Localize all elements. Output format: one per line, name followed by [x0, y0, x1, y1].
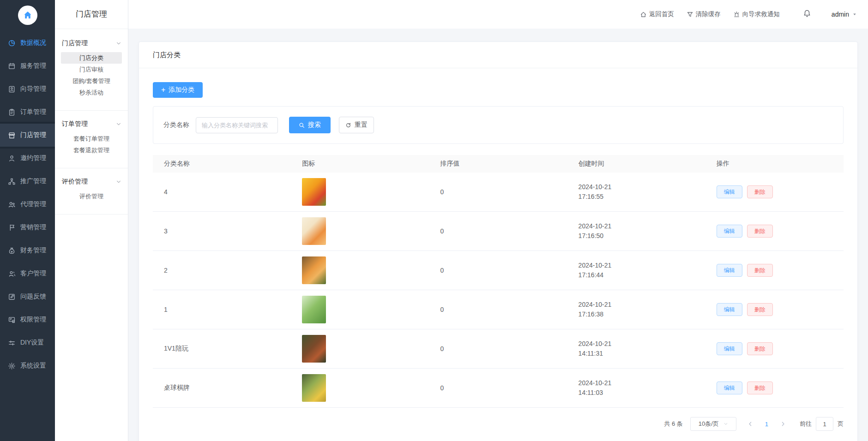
submenu-item-0-3[interactable]: 秒杀活动: [61, 87, 122, 98]
sidebar-item-4[interactable]: 门店管理: [0, 124, 55, 147]
sidebar-item-14[interactable]: 系统设置: [0, 354, 55, 377]
chevron-right-icon: [780, 421, 786, 427]
cell-created-time: 2024-10-2114:11:31: [567, 339, 705, 358]
user-menu[interactable]: admin: [832, 11, 857, 18]
cell-category-name: 2: [153, 267, 291, 274]
sidebar-item-11[interactable]: 问题反馈: [0, 285, 55, 308]
divider: [55, 214, 128, 215]
delete-button[interactable]: 删除: [747, 225, 773, 238]
cell-created-time: 2024-10-2117:16:38: [567, 300, 705, 319]
card-header: 门店分类: [139, 42, 857, 68]
person-icon: [8, 155, 16, 162]
cell-sort-value: 0: [429, 345, 567, 352]
submenu-item-0-2[interactable]: 团购/套餐管理: [61, 75, 122, 87]
submenu-item-1-1[interactable]: 套餐退款管理: [61, 144, 122, 156]
submenu-item-0-1[interactable]: 门店审核: [61, 64, 122, 75]
cell-actions: 编辑删除: [705, 381, 844, 394]
table-row: 302024-10-2117:16:50编辑删除: [153, 212, 844, 251]
funnel-icon: [687, 11, 693, 18]
money-bag-icon: [8, 247, 16, 255]
topbar-link-2[interactable]: 向导求救通知: [733, 10, 780, 18]
total-count: 共 6 条: [664, 420, 682, 428]
edit-button[interactable]: 编辑: [717, 185, 742, 198]
prev-page-button[interactable]: [747, 421, 753, 427]
category-search-input[interactable]: [196, 117, 278, 133]
delete-button[interactable]: 删除: [747, 342, 773, 355]
delete-button[interactable]: 删除: [747, 185, 773, 198]
edit-button[interactable]: 编辑: [717, 264, 742, 277]
edit-button[interactable]: 编辑: [717, 381, 742, 394]
home-icon: [640, 11, 647, 18]
cell-icon: [291, 217, 429, 245]
sidebar-item-12[interactable]: 权限管理: [0, 308, 55, 331]
search-button[interactable]: 搜索: [289, 117, 331, 133]
category-image-sunflower: [302, 374, 326, 402]
category-image-fruit-platter: [302, 178, 326, 206]
submenu-group-2[interactable]: 评价管理: [55, 174, 128, 191]
page-size-select[interactable]: 10条/页: [690, 417, 736, 431]
edit-button[interactable]: 编辑: [717, 225, 742, 238]
search-icon: [299, 122, 305, 128]
cell-icon: [291, 335, 429, 363]
pie-chart-icon: [8, 39, 16, 47]
table-row: 202024-10-2117:16:44编辑删除: [153, 251, 844, 290]
sidebar-item-10[interactable]: 客户管理: [0, 262, 55, 285]
refresh-icon: [345, 122, 351, 128]
topbar-link-1[interactable]: 清除缓存: [687, 10, 721, 18]
sidebar-item-7[interactable]: 代理管理: [0, 193, 55, 216]
siren-icon: [733, 11, 740, 18]
cell-created-time: 2024-10-2117:16:50: [567, 221, 705, 241]
username: admin: [832, 11, 849, 18]
sidebar-item-9[interactable]: 财务管理: [0, 239, 55, 262]
diy-icon: [8, 339, 16, 347]
goto-label: 前往: [800, 420, 812, 428]
clipboard-icon: [8, 108, 16, 116]
column-header-1: 图标: [291, 160, 429, 168]
sidebar-item-1[interactable]: 服务管理: [0, 54, 55, 77]
delete-button[interactable]: 删除: [747, 381, 773, 394]
admin-page: 数据概况服务管理向导管理订单管理门店管理邀约管理推广管理代理管理营销管理财务管理…: [0, 0, 868, 441]
primary-sidebar: 数据概况服务管理向导管理订单管理门店管理邀约管理推广管理代理管理营销管理财务管理…: [0, 0, 55, 441]
search-panel: 分类名称 搜索 重置: [153, 106, 844, 144]
home-icon: [23, 10, 33, 20]
cell-category-name: 3: [153, 227, 291, 235]
edit-button[interactable]: 编辑: [717, 342, 742, 355]
chevron-down-icon: [116, 41, 121, 46]
cell-actions: 编辑删除: [705, 303, 844, 316]
delete-button[interactable]: 删除: [747, 264, 773, 277]
add-category-button[interactable]: + 添加分类: [153, 82, 203, 98]
sidebar-item-13[interactable]: DIY设置: [0, 331, 55, 354]
cell-sort-value: 0: [429, 188, 567, 196]
column-header-2: 排序值: [429, 160, 567, 168]
page-number-current[interactable]: 1: [765, 421, 768, 428]
category-image-aloe: [302, 296, 326, 323]
next-page-button[interactable]: [780, 421, 786, 427]
sidebar-item-2[interactable]: 向导管理: [0, 77, 55, 101]
sidebar-item-6[interactable]: 推广管理: [0, 170, 55, 193]
cell-created-time: 2024-10-2114:11:03: [567, 378, 705, 398]
caret-down-icon: [852, 12, 857, 17]
home-button[interactable]: [18, 6, 37, 25]
cell-actions: 编辑删除: [705, 342, 844, 355]
submenu-item-2-0[interactable]: 评价管理: [61, 191, 122, 202]
sidebar-item-5[interactable]: 邀约管理: [0, 147, 55, 170]
reset-button[interactable]: 重置: [339, 117, 374, 133]
marketing-icon: [8, 224, 16, 232]
submenu-item-1-0[interactable]: 套餐订单管理: [61, 133, 122, 144]
gear-icon: [8, 362, 16, 370]
topbar-link-0[interactable]: 返回首页: [640, 10, 674, 18]
table-row: 402024-10-2117:16:55编辑删除: [153, 173, 844, 212]
sidebar-item-0[interactable]: 数据概况: [0, 31, 55, 54]
delete-button[interactable]: 删除: [747, 303, 773, 316]
edit-button[interactable]: 编辑: [717, 303, 742, 316]
submenu-item-0-0[interactable]: 门店分类: [61, 52, 122, 64]
submenu-group-0[interactable]: 门店管理: [55, 36, 128, 52]
sidebar-item-3[interactable]: 订单管理: [0, 101, 55, 124]
cell-created-time: 2024-10-2117:16:44: [567, 261, 705, 280]
sidebar-item-8[interactable]: 营销管理: [0, 216, 55, 239]
chevron-down-icon: [116, 179, 121, 185]
storefront-icon: [8, 131, 16, 139]
notification-bell-button[interactable]: [803, 9, 811, 19]
submenu-group-1[interactable]: 订单管理: [55, 116, 128, 133]
goto-page-input[interactable]: [816, 417, 833, 431]
